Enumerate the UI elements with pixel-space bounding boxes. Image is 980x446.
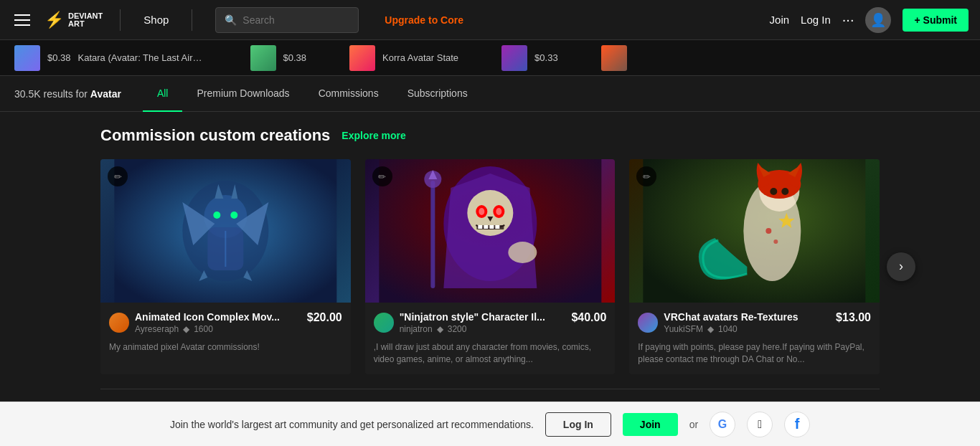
- join-link[interactable]: Join: [770, 14, 790, 26]
- diamond-icon-3: ◆: [707, 324, 714, 334]
- tab-all[interactable]: All: [143, 76, 183, 112]
- search-bar[interactable]: 🔍: [215, 7, 359, 33]
- search-icon: 🔍: [225, 14, 237, 26]
- card-artist-name-1: Ayreseraph ◆ 1600: [135, 324, 342, 334]
- card-3[interactable]: ✏: [629, 159, 880, 374]
- card-1[interactable]: ✏: [100, 159, 351, 374]
- card-title-1: Animated Icon Complex Mov...: [135, 311, 280, 323]
- header-left: ⚡ DEVIANT ART Shop 🔍 Upgrade to Core: [11, 7, 463, 33]
- card-artist-row-2: "Ninjatron style" Character Il... $40.00…: [374, 311, 607, 334]
- carousel-thumb-5: [601, 45, 627, 71]
- carousel-strip: $0.38 Katara (Avatar: The Last Airbe... …: [0, 40, 980, 76]
- card-header-row-2: "Ninjatron style" Character Il... $40.00: [400, 311, 607, 324]
- card-art-1: [100, 159, 351, 303]
- card-header-row-1: Animated Icon Complex Mov... $20.00: [135, 311, 342, 324]
- card-art-2: [365, 159, 616, 303]
- svg-point-39: [766, 228, 772, 234]
- bottom-login-button[interactable]: Log In: [545, 412, 611, 437]
- facebook-login-button[interactable]: f: [784, 412, 810, 437]
- header: ⚡ DEVIANT ART Shop 🔍 Upgrade to Core Joi…: [0, 0, 980, 40]
- logo[interactable]: ⚡ DEVIANT ART: [44, 11, 103, 29]
- svg-point-5: [213, 212, 220, 219]
- results-count: 30.5K results for Avatar: [14, 88, 121, 100]
- card-artist-row-1: Animated Icon Complex Mov... $20.00 Ayre…: [109, 311, 342, 334]
- card-artist-row-3: VRChat avatars Re-Textures $13.00 YuukiS…: [638, 311, 871, 334]
- svg-point-20: [496, 208, 501, 215]
- svg-point-38: [782, 188, 789, 195]
- card-badge-1: ✏: [108, 166, 128, 186]
- card-title-3: VRChat avatars Re-Textures: [664, 311, 798, 323]
- cards-grid: ✏: [100, 159, 880, 374]
- hamburger-menu[interactable]: [11, 11, 33, 29]
- bottom-or: or: [689, 419, 698, 430]
- bottom-join-button[interactable]: Join: [623, 413, 678, 436]
- upgrade-button[interactable]: Upgrade to Core: [385, 14, 463, 26]
- card-artist-name-3: YuukiSFM ◆ 1040: [664, 324, 871, 334]
- svg-rect-25: [489, 225, 494, 229]
- carousel-item-5[interactable]: [601, 45, 627, 71]
- card-body-1: Animated Icon Complex Mov... $20.00 Ayre…: [100, 303, 351, 362]
- card-info-3: VRChat avatars Re-Textures $13.00 YuukiS…: [664, 311, 871, 334]
- diamond-icon-1: ◆: [183, 324, 189, 334]
- card-image-2: ✏: [365, 159, 616, 303]
- section-divider: [100, 389, 880, 389]
- card-2[interactable]: ✏: [365, 159, 616, 374]
- card-title-2: "Ninjatron style" Character Il...: [400, 311, 545, 323]
- explore-link[interactable]: Explore more: [341, 130, 405, 141]
- card-artist-name-2: ninjatron ◆ 3200: [400, 324, 607, 334]
- avatar[interactable]: 👤: [865, 7, 891, 33]
- card-header-row-3: VRChat avatars Re-Textures $13.00: [664, 311, 871, 324]
- shop-link[interactable]: Shop: [138, 14, 174, 26]
- svg-rect-23: [478, 225, 482, 229]
- carousel-title-1: Katara (Avatar: The Last Airbe...: [78, 52, 207, 63]
- login-link[interactable]: Log In: [801, 14, 831, 26]
- logo-text: DEVIANT ART: [68, 12, 103, 28]
- svg-rect-27: [430, 181, 435, 288]
- card-badge-2: ✏: [372, 166, 392, 186]
- card-image-1: ✏: [100, 159, 351, 303]
- card-desc-2: ,I will draw just about any character fr…: [374, 341, 607, 366]
- tab-premium[interactable]: Premium Downloads: [182, 76, 303, 112]
- carousel-thumb-4: [501, 45, 527, 71]
- section-title: Commission custom creations: [100, 126, 330, 145]
- card-price-2: $40.00: [571, 311, 606, 324]
- carousel-item-2[interactable]: $0.38: [250, 45, 307, 71]
- card-price-1: $20.00: [307, 311, 342, 324]
- carousel-price-2: $0.38: [283, 52, 307, 63]
- logo-icon: ⚡: [44, 11, 64, 29]
- svg-point-6: [230, 212, 237, 219]
- carousel-item-3[interactable]: Korra Avatar State: [349, 45, 458, 71]
- card-desc-3: If paying with points, please pay here.I…: [638, 341, 871, 366]
- bottom-text: Join the world's largest art community a…: [170, 419, 534, 430]
- carousel-item-4[interactable]: $0.33: [501, 45, 558, 71]
- more-button[interactable]: ···: [842, 11, 854, 28]
- next-arrow[interactable]: ›: [887, 252, 915, 281]
- svg-point-37: [771, 188, 778, 195]
- svg-point-40: [774, 239, 778, 244]
- svg-point-30: [508, 242, 537, 263]
- submit-button[interactable]: + Submit: [903, 9, 969, 32]
- card-image-3: ✏: [629, 159, 880, 303]
- header-divider: [120, 9, 121, 31]
- search-input[interactable]: [242, 14, 336, 26]
- tab-subscriptions[interactable]: Subscriptions: [393, 76, 482, 112]
- card-body-2: "Ninjatron style" Character Il... $40.00…: [365, 303, 616, 374]
- tabs-bar: 30.5K results for Avatar All Premium Dow…: [0, 76, 980, 112]
- card-price-3: $13.00: [836, 311, 871, 324]
- svg-point-19: [479, 208, 484, 215]
- svg-rect-24: [484, 225, 488, 229]
- main-content: Commission custom creations Explore more…: [0, 112, 980, 446]
- carousel-title-3: Korra Avatar State: [382, 52, 458, 63]
- diamond-icon-2: ◆: [437, 324, 443, 334]
- card-info-1: Animated Icon Complex Mov... $20.00 Ayre…: [135, 311, 342, 334]
- section-header: Commission custom creations Explore more: [100, 126, 880, 145]
- card-info-2: "Ninjatron style" Character Il... $40.00…: [400, 311, 607, 334]
- google-login-button[interactable]: G: [710, 412, 735, 437]
- artist-avatar-2: [374, 313, 394, 333]
- tab-commissions[interactable]: Commissions: [304, 76, 393, 112]
- card-art-3: [629, 159, 880, 303]
- header-divider2: [192, 9, 192, 31]
- carousel-thumb-3: [349, 45, 375, 71]
- apple-login-button[interactable]: : [747, 412, 773, 437]
- carousel-item[interactable]: $0.38 Katara (Avatar: The Last Airbe...: [14, 45, 207, 71]
